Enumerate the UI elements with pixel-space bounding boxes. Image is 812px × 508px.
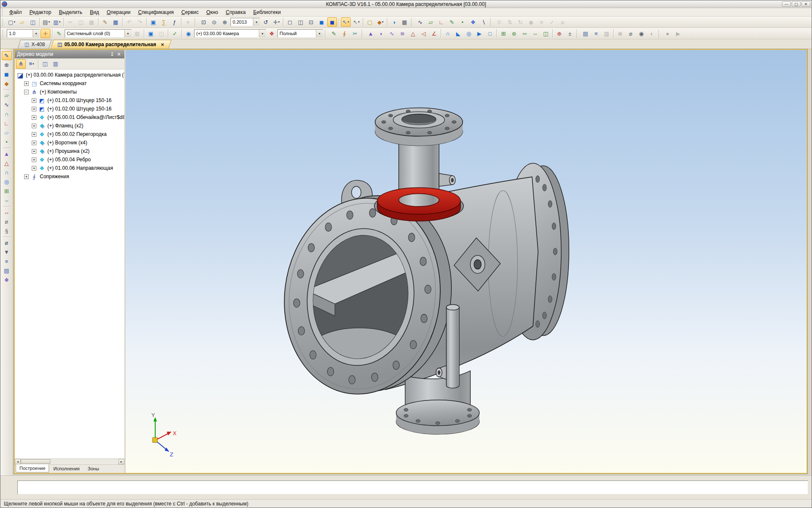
print[interactable]: ▤▾ xyxy=(41,17,51,27)
coordinate-axes[interactable]: ∟ xyxy=(436,17,446,27)
toolbar-options[interactable]: ▾ xyxy=(183,17,193,27)
tree-expander[interactable]: + xyxy=(32,149,36,154)
report[interactable]: ▥ xyxy=(602,29,612,38)
hidden-lines-display[interactable]: ◫ xyxy=(296,17,305,27)
array-linear[interactable]: ⊞ xyxy=(499,29,508,38)
fx-window[interactable]: ƒ xyxy=(170,17,179,27)
tree-item-label[interactable]: (+) 01.00.06 Направляющая xyxy=(47,165,113,171)
shaded-edges-display[interactable]: ◼ xyxy=(327,17,337,27)
shell[interactable]: □ xyxy=(485,29,495,38)
rotate-view[interactable]: ↺ xyxy=(261,17,271,27)
redo[interactable]: ↷ xyxy=(135,17,145,27)
step-combo-dropdown[interactable]: ▾ xyxy=(33,30,39,37)
menu-item-file[interactable]: Файл xyxy=(5,8,26,16)
open-document[interactable]: ▱ xyxy=(17,17,27,27)
panel-reports[interactable]: ▤ xyxy=(2,266,12,275)
tree-item[interactable]: −⋔(+) Компоненты xyxy=(15,88,124,96)
chamfer[interactable]: ◣ xyxy=(453,29,463,38)
tree-item-label[interactable]: (+) 01.02.00 Штуцер 150-16 xyxy=(47,106,112,112)
revolve-operation[interactable]: ◗ xyxy=(376,29,386,38)
tree-item-label[interactable]: Сопряжения xyxy=(40,174,69,179)
wireframe-display[interactable]: ◻ xyxy=(285,17,295,27)
mirror-array[interactable]: ⇔ xyxy=(530,29,540,38)
zoom-in[interactable]: ⊕ xyxy=(220,17,230,27)
tree-tab-зоны[interactable]: Зоны xyxy=(84,465,103,473)
panel-zoom[interactable]: ⊕ xyxy=(2,61,12,69)
offset-plane[interactable]: ▱ xyxy=(426,17,436,27)
panel-geometry[interactable]: ▱ xyxy=(2,91,12,100)
model-bottom-nozzle[interactable] xyxy=(396,371,480,434)
geometric-array[interactable]: ❖ xyxy=(468,17,478,27)
check-collisions[interactable]: ⊗ xyxy=(615,29,625,38)
panel-extrude[interactable]: ▲ xyxy=(2,149,12,158)
document-tab-x408[interactable]: ◫X-408 xyxy=(18,40,52,49)
split-line[interactable]: ✂ xyxy=(350,29,360,38)
cut-extrude[interactable]: △ xyxy=(408,29,418,38)
pan-view[interactable]: ✛▾ xyxy=(272,17,281,27)
tree-expander[interactable]: + xyxy=(32,141,36,145)
measure-distance[interactable]: ⌀ xyxy=(626,29,636,38)
panel-measure-3d[interactable]: ⌀ xyxy=(2,238,12,247)
component-combo-dropdown[interactable]: ▾ xyxy=(259,30,266,37)
macro-play[interactable]: ▶ xyxy=(673,29,683,38)
tree-expander[interactable]: + xyxy=(32,115,36,120)
tree-item-label[interactable]: (+) 01.01.00 Штуцер 150-16 xyxy=(47,97,112,103)
rib[interactable]: ▶ xyxy=(475,29,484,38)
tree-expander[interactable]: + xyxy=(32,166,36,171)
panel-arrays[interactable]: ⊞ xyxy=(2,187,12,196)
panel-planes[interactable]: ▱ xyxy=(2,128,12,137)
cut-sweep[interactable]: ∠ xyxy=(429,29,439,38)
section-parameters[interactable]: ◐ xyxy=(647,29,657,38)
panel-dimensions[interactable]: ↔ xyxy=(2,208,12,217)
tree-item-label[interactable]: (+) Воротник (x4) xyxy=(47,140,87,146)
tree-item-label[interactable]: (+) 05.00.02 Перегородка xyxy=(47,131,107,137)
panel-orientation[interactable]: ◆ xyxy=(2,79,12,88)
tree-structure-view[interactable]: ⋔ xyxy=(16,59,26,69)
menu-item-editor[interactable]: Редактор xyxy=(26,8,55,16)
sketch-on-plane[interactable]: ✎ xyxy=(329,29,339,38)
hole-simple[interactable]: ◎ xyxy=(464,29,474,38)
component-properties[interactable]: ◉ xyxy=(526,17,536,27)
panel-surfaces[interactable]: ∩ xyxy=(2,110,12,119)
tree-item[interactable]: +◩(+) 01.02.00 Штуцер 150-16 xyxy=(15,105,124,113)
layer-settings[interactable]: ✎ xyxy=(54,29,64,38)
mass-properties[interactable]: ◉ xyxy=(636,29,646,38)
zoom-by-frame[interactable]: ⊡ xyxy=(199,17,208,27)
boolean-operation[interactable]: ⊕ xyxy=(554,29,564,38)
panel-axes[interactable]: ∟ xyxy=(2,119,12,128)
scroll-left-button[interactable]: ◂ xyxy=(15,459,21,464)
macro-record[interactable]: ● xyxy=(663,29,672,38)
rebuild-model[interactable]: ↻ xyxy=(516,17,525,27)
viewport-3d[interactable]: Y X Z xyxy=(126,50,807,473)
report-table[interactable]: ≡ xyxy=(537,17,546,27)
tab-close-icon[interactable]: ✕ xyxy=(161,42,164,47)
minimize-button[interactable]: — xyxy=(782,1,791,7)
tree-expander[interactable]: − xyxy=(24,90,29,94)
new-specification[interactable]: ≡ xyxy=(591,29,601,38)
edit-component[interactable]: ◉ xyxy=(184,29,193,38)
layer-combo[interactable]: Системный слой (0) ▾ xyxy=(65,29,132,38)
tree-expander[interactable]: + xyxy=(32,98,36,103)
snap-settings[interactable]: ✛ xyxy=(41,29,50,38)
tree-item[interactable]: +❖(+) Воротник (x4) xyxy=(15,138,124,147)
panel-library[interactable]: ❖ xyxy=(2,276,12,284)
shaded-display[interactable]: ◼ xyxy=(317,17,326,27)
menu-item-specification[interactable]: Спецификация xyxy=(134,8,177,16)
array-circular[interactable]: ⊚ xyxy=(509,29,519,38)
tree-expander[interactable]: + xyxy=(32,132,36,137)
scale-body[interactable]: ± xyxy=(565,29,575,38)
panel-holes[interactable]: ◎ xyxy=(2,177,12,186)
extrude-operation[interactable]: ▲ xyxy=(366,29,376,38)
tree-composition-view[interactable]: ≡▾ xyxy=(27,59,36,69)
menu-item-window[interactable]: Окно xyxy=(203,8,222,16)
tree-expander[interactable]: + xyxy=(32,107,36,111)
tree-item[interactable]: ◪(+) 03.00.00 Камера распределительная (… xyxy=(15,71,124,79)
panel-designations[interactable]: ⌀ xyxy=(2,217,12,226)
copy[interactable]: ◫ xyxy=(76,17,86,27)
clipping-frame[interactable]: ▦ xyxy=(400,17,409,27)
array-along-curve[interactable]: ∾ xyxy=(520,29,529,38)
section-display[interactable]: ◑ xyxy=(389,17,399,27)
detail-level-combo[interactable]: Полный ▾ xyxy=(277,29,323,38)
new-drawing-from-model[interactable]: ▤ xyxy=(581,29,590,38)
model-top-nozzle[interactable] xyxy=(374,108,464,221)
